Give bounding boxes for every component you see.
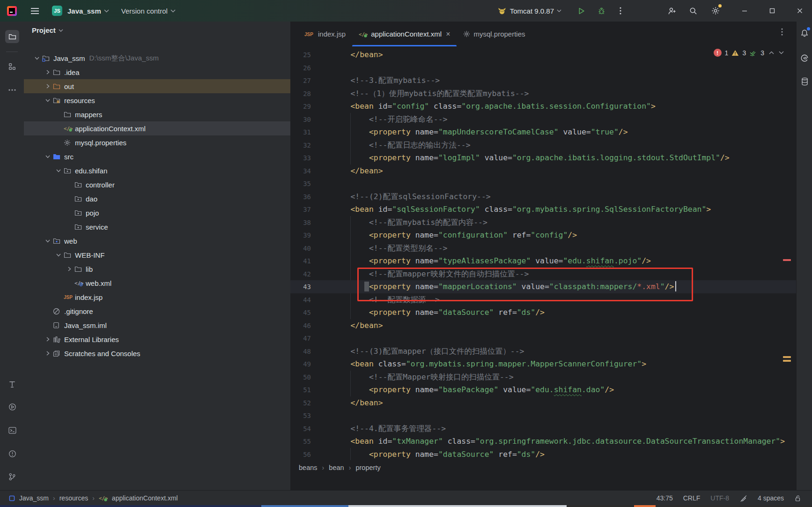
tree-item-out[interactable]: out bbox=[24, 79, 290, 93]
breadcrumb-property[interactable]: property bbox=[355, 464, 380, 471]
code-line-38[interactable]: 38 <!--配置mybatis的配置内容--> bbox=[290, 216, 796, 229]
chevron-down-icon[interactable] bbox=[43, 153, 53, 160]
line-number[interactable]: 41 bbox=[290, 254, 311, 268]
code-line-33[interactable]: 33 <property name="logImpl" value="org.a… bbox=[290, 151, 796, 164]
line-number[interactable]: 52 bbox=[290, 396, 311, 410]
warning-stripe-mark[interactable] bbox=[783, 360, 791, 362]
tree-item-web[interactable]: web bbox=[24, 234, 290, 248]
tree-item-web.xml[interactable]: </>web.xml bbox=[24, 276, 290, 290]
code-line-35[interactable]: 35 bbox=[290, 177, 796, 190]
chevron-down-icon[interactable] bbox=[43, 238, 53, 244]
code-line-26[interactable]: 26 bbox=[290, 61, 796, 75]
code-line-36[interactable]: 36 <!--(2)配置sqlSessionFactory--> bbox=[290, 190, 796, 203]
code-line-49[interactable]: 49 <bean class="org.mybatis.spring.mappe… bbox=[290, 358, 796, 371]
more-toolwindows-icon[interactable] bbox=[5, 83, 19, 97]
breadcrumb-beans[interactable]: beans bbox=[299, 464, 317, 471]
line-ending[interactable]: CRLF bbox=[683, 494, 701, 502]
code-line-48[interactable]: 48 <!--(3)配置mapper（接口文件的扫描位置）--> bbox=[290, 345, 796, 358]
tree-item-WEB-INF[interactable]: WEB-INF bbox=[24, 248, 290, 262]
line-number[interactable]: 38 bbox=[290, 216, 311, 229]
structure-toolwindow-icon[interactable] bbox=[5, 60, 19, 73]
problems-toolwindow-icon[interactable] bbox=[5, 447, 19, 460]
status-breadcrumb-folder[interactable]: resources bbox=[59, 494, 88, 502]
line-number[interactable]: 45 bbox=[290, 306, 311, 319]
tree-item-edu.shifan[interactable]: edu.shifan bbox=[24, 164, 290, 178]
code-line-54[interactable]: 54 <!--4.配置事务管理器--> bbox=[290, 422, 796, 435]
code-line-29[interactable]: 29 <bean id="config" class="org.apache.i… bbox=[290, 100, 796, 113]
error-stripe-mark[interactable] bbox=[783, 259, 791, 261]
line-number[interactable]: 53 bbox=[290, 409, 311, 422]
project-switcher[interactable]: Java_ssm bbox=[67, 7, 101, 15]
code-line-30[interactable]: 30 <!--开启驼峰命名--> bbox=[290, 113, 796, 126]
code-line-27[interactable]: 27 <!--3.配置mybatis--> bbox=[290, 74, 796, 87]
line-number[interactable]: 51 bbox=[290, 383, 311, 396]
indent-setting[interactable]: 4 spaces bbox=[758, 494, 784, 502]
run-button[interactable] bbox=[576, 5, 587, 16]
code-line-56[interactable]: 56 <property name="dataSource" ref="ds"/… bbox=[290, 448, 796, 461]
tab-options-icon[interactable] bbox=[781, 28, 783, 36]
line-number[interactable]: 37 bbox=[290, 203, 311, 216]
run-configuration[interactable]: Tomcat 9.0.87 bbox=[497, 7, 561, 15]
code-line-51[interactable]: 51 <property name="basePackage" value="e… bbox=[290, 383, 796, 396]
line-number[interactable]: 50 bbox=[290, 371, 311, 384]
lock-icon[interactable] bbox=[794, 495, 801, 502]
line-number[interactable]: 27 bbox=[290, 74, 311, 87]
chevron-right-icon[interactable] bbox=[43, 83, 53, 89]
code-editor[interactable]: 25 </bean>2627 <!--3.配置mybatis-->28 <!--… bbox=[290, 46, 796, 460]
status-breadcrumb-file[interactable]: applicationContext.xml bbox=[112, 494, 178, 502]
services-toolwindow-icon[interactable] bbox=[5, 378, 19, 391]
ai-assistant-icon[interactable] bbox=[798, 52, 811, 64]
run-toolwindow-icon[interactable] bbox=[5, 400, 19, 413]
code-line-52[interactable]: 52 </bean> bbox=[290, 396, 796, 410]
code-line-39[interactable]: 39 <property name="configuration" ref="c… bbox=[290, 229, 796, 242]
chevron-right-icon[interactable] bbox=[43, 69, 53, 75]
tree-item-dao[interactable]: dao bbox=[24, 192, 290, 206]
tree-item-.gitignore[interactable]: .gitignore bbox=[24, 304, 290, 318]
warning-stripe-mark[interactable] bbox=[783, 356, 791, 358]
code-line-50[interactable]: 50 <!--配置Mapper映射接口的扫描位置--> bbox=[290, 371, 796, 384]
next-problem-icon[interactable] bbox=[779, 51, 784, 54]
vcs-widget[interactable]: Version control bbox=[121, 7, 168, 15]
line-number[interactable]: 35 bbox=[290, 177, 311, 190]
line-number[interactable]: 39 bbox=[290, 229, 311, 242]
breadcrumb-bean[interactable]: bean bbox=[329, 464, 344, 471]
line-number[interactable]: 34 bbox=[290, 164, 311, 178]
code-line-41[interactable]: 41 <property name="typeAliasesPackage" v… bbox=[290, 254, 796, 268]
line-number[interactable]: 56 bbox=[290, 448, 311, 461]
previous-problem-icon[interactable] bbox=[769, 51, 774, 54]
tab-index-jsp[interactable]: JSP index.jsp bbox=[298, 22, 352, 46]
project-toolwindow-icon[interactable] bbox=[5, 30, 19, 43]
tab-mysql-properties[interactable]: mysql.properties bbox=[457, 22, 531, 46]
settings-gear-icon[interactable] bbox=[710, 5, 721, 16]
highlighting-level-icon[interactable] bbox=[739, 495, 747, 502]
chevron-right-icon[interactable] bbox=[43, 350, 53, 357]
terminal-toolwindow-icon[interactable] bbox=[5, 424, 19, 437]
tree-item-Java_ssm.iml[interactable]: Java_ssm.iml bbox=[24, 318, 290, 332]
line-number[interactable]: 54 bbox=[290, 422, 311, 435]
version-control-toolwindow-icon[interactable] bbox=[5, 470, 19, 483]
tree-item-External-Libraries[interactable]: External Libraries bbox=[24, 332, 290, 346]
line-number[interactable]: 30 bbox=[290, 113, 311, 126]
close-tab-icon[interactable]: × bbox=[446, 30, 450, 38]
code-line-28[interactable]: 28 <!--（1）使用mybatis的配置类配置mybatis--> bbox=[290, 87, 796, 100]
line-number[interactable]: 44 bbox=[290, 293, 311, 306]
line-number[interactable]: 42 bbox=[290, 268, 311, 281]
code-line-40[interactable]: 40 <!--配置类型别名--> bbox=[290, 242, 796, 255]
chevron-down-icon[interactable] bbox=[43, 97, 53, 104]
chevron-down-icon[interactable] bbox=[53, 167, 64, 174]
tree-item-lib[interactable]: lib bbox=[24, 262, 290, 276]
file-encoding[interactable]: UTF-8 bbox=[710, 494, 729, 502]
inspections-widget[interactable]: ! 1 3 3 bbox=[714, 49, 784, 57]
tree-item-Scratches-and-Consoles[interactable]: Scratches and Consoles bbox=[24, 346, 290, 360]
caret-position[interactable]: 43:75 bbox=[657, 494, 673, 502]
line-number[interactable]: 26 bbox=[290, 61, 311, 75]
notifications-bell-icon[interactable] bbox=[798, 27, 811, 39]
code-line-37[interactable]: 37 <bean id="sqlSessionFactory" class="o… bbox=[290, 203, 796, 216]
minimize-button[interactable] bbox=[739, 5, 750, 16]
line-number[interactable]: 49 bbox=[290, 358, 311, 371]
line-number[interactable]: 47 bbox=[290, 332, 311, 345]
tree-item-pojo[interactable]: pojo bbox=[24, 206, 290, 220]
tree-item-resources[interactable]: resources bbox=[24, 93, 290, 107]
line-number[interactable]: 28 bbox=[290, 87, 311, 100]
code-line-46[interactable]: 46 </bean> bbox=[290, 319, 796, 332]
